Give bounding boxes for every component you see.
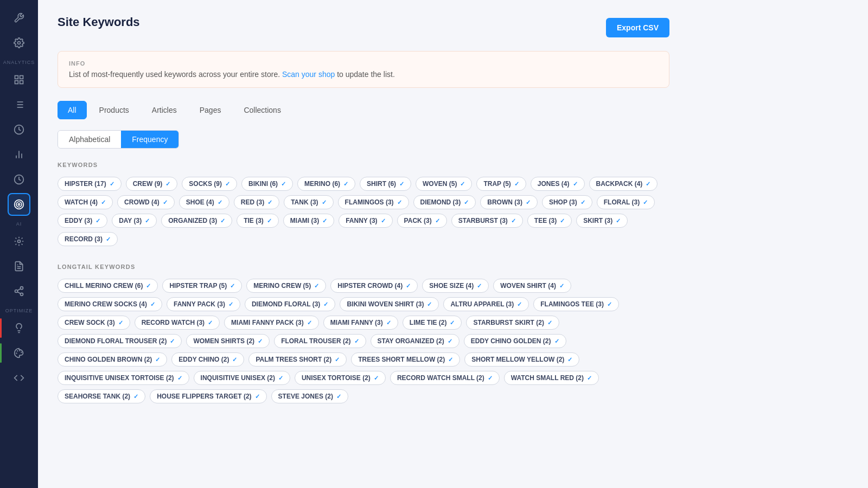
article-icon[interactable] [8,255,30,278]
sort-alphabetical[interactable]: Alphabetical [58,131,121,148]
tab-pages[interactable]: Pages [189,101,232,119]
keyword-chip[interactable]: SEAHORSE TANK (2)✓ [58,389,145,403]
keyword-chip[interactable]: EDDY CHINO GOLDEN (2)✓ [464,334,566,348]
bulb-icon[interactable] [8,317,30,339]
tab-collections[interactable]: Collections [233,101,291,119]
keyword-chip[interactable]: SHOE SIZE (4)✓ [422,279,489,293]
keyword-chip[interactable]: INQUISITIVE UNISEX TORTOISE (2)✓ [58,371,189,385]
keyword-chip[interactable]: WOMEN SHIRTS (2)✓ [186,334,270,348]
keyword-chip[interactable]: MERINO CREW SOCKS (4)✓ [58,297,162,311]
keyword-chip[interactable]: ALTRU APPAREL (3)✓ [443,297,529,311]
check-icon: ✓ [278,375,283,382]
keyword-chip[interactable]: ORGANIZED (3)✓ [161,214,232,228]
keyword-chip[interactable]: STARBURST SKIRT (2)✓ [466,316,559,330]
keyword-chip[interactable]: FANNY (3)✓ [339,214,392,228]
keyword-chip[interactable]: HOUSE FLIPPERS TARGET (2)✓ [150,389,266,403]
keyword-chip[interactable]: BROWN (3)✓ [480,195,538,209]
check-icon: ✓ [267,199,272,206]
check-icon: ✓ [511,217,516,224]
keyword-chip[interactable]: TEE (3)✓ [527,214,572,228]
keyword-chip[interactable]: WOVEN (5)✓ [416,177,472,191]
clock-icon[interactable] [8,168,30,191]
check-icon: ✓ [567,356,572,363]
bar-chart-icon[interactable] [8,143,30,166]
keyword-chip[interactable]: PACK (3)✓ [397,214,447,228]
keyword-chip[interactable]: TANK (3)✓ [284,195,333,209]
keyword-chip[interactable]: BIKINI (6)✓ [241,177,293,191]
keyword-chip[interactable]: SHIRT (6)✓ [360,177,411,191]
keyword-chip[interactable]: MERINO CREW (5)✓ [246,279,326,293]
keyword-chip[interactable]: SOCKS (9)✓ [182,177,237,191]
keyword-chip[interactable]: WATCH (4)✓ [58,195,113,209]
code-icon[interactable] [8,367,30,389]
keyword-chip[interactable]: FLAMINGOS (3)✓ [338,195,409,209]
keyword-chip[interactable]: SHOP (3)✓ [542,195,592,209]
circle-chart-icon[interactable] [8,118,30,141]
keyword-chip[interactable]: FANNY PACK (3)✓ [167,297,240,311]
scan-shop-link[interactable]: Scan your shop [282,70,335,79]
keyword-chip[interactable]: INQUISITIVE UNISEX (2)✓ [194,371,290,385]
keyword-chip[interactable]: FLORAL (3)✓ [597,195,655,209]
keyword-chip[interactable]: EDDY CHINO (2)✓ [171,352,244,367]
keyword-chip[interactable]: WOVEN SHIRT (4)✓ [493,279,571,293]
keyword-chip[interactable]: MIAMI FANNY PACK (3)✓ [224,316,319,330]
keyword-chip[interactable]: LIME TIE (2)✓ [403,316,462,330]
keyword-chip[interactable]: TIE (3)✓ [237,214,279,228]
keyword-chip[interactable]: CREW (9)✓ [126,177,178,191]
keyword-chip[interactable]: SHORT MELLOW YELLOW (2)✓ [464,352,579,367]
keyword-chip[interactable]: WATCH SMALL RED (2)✓ [504,371,599,385]
list-view-icon[interactable] [8,93,30,116]
keyword-chip[interactable]: SHOE (4)✓ [179,195,229,209]
keyword-chip[interactable]: HIPSTER (17)✓ [58,177,122,191]
keyword-chip[interactable]: SKIRT (3)✓ [576,214,628,228]
keyword-chip[interactable]: RECORD WATCH SMALL (2)✓ [390,371,500,385]
keyword-chip[interactable]: RECORD WATCH (3)✓ [135,316,220,330]
keyword-chip[interactable]: RED (3)✓ [234,195,279,209]
keyword-chip[interactable]: EDDY (3)✓ [58,214,107,228]
tab-products[interactable]: Products [89,101,139,119]
keyword-chip[interactable]: STARBURST (3)✓ [451,214,523,228]
keyword-chip[interactable]: STAY ORGANIZED (2)✓ [371,334,459,348]
keyword-chip[interactable]: STEVE JONES (2)✓ [271,389,348,403]
keyword-chip[interactable]: MIAMI FANNY (3)✓ [323,316,398,330]
keyword-chip[interactable]: UNISEX TORTOISE (2)✓ [295,371,386,385]
keyword-chip[interactable]: FLAMINGOS TEE (3)✓ [533,297,619,311]
sort-frequency[interactable]: Frequency [121,131,178,148]
svg-point-23 [15,290,18,293]
keyword-chip[interactable]: TRAP (5)✓ [476,177,526,191]
keyword-chip[interactable]: PALM TREES SHORT (2)✓ [248,352,347,367]
target-icon[interactable] [8,193,30,216]
analytics-icon[interactable] [8,68,30,91]
keyword-chip[interactable]: MERINO (6)✓ [297,177,355,191]
ai-brain-icon[interactable] [8,230,30,253]
keyword-chip[interactable]: HIPSTER TRAP (5)✓ [162,279,242,293]
keyword-chip[interactable]: CHINO GOLDEN BROWN (2)✓ [58,352,167,367]
keyword-chip[interactable]: CROWD (4)✓ [117,195,175,209]
keyword-chip[interactable]: RECORD (3)✓ [58,232,118,246]
export-csv-button[interactable]: Export CSV [606,18,669,37]
keyword-chip[interactable]: BACKPACK (4)✓ [589,177,658,191]
check-icon: ✓ [517,301,522,308]
nodes-icon[interactable] [8,280,30,303]
gear-settings-icon[interactable] [8,31,30,54]
keyword-chip[interactable]: DAY (3)✓ [112,214,157,228]
keyword-chip[interactable]: DIEMOND (3)✓ [413,195,476,209]
info-label: INFO [69,60,658,67]
palette-icon[interactable] [8,342,30,364]
keyword-chip[interactable]: BIKINI WOVEN SHIRT (3)✓ [340,297,439,311]
tab-articles[interactable]: Articles [142,101,187,119]
keyword-chip[interactable]: FLORAL TROUSER (2)✓ [274,334,366,348]
check-icon: ✓ [228,301,233,308]
keyword-chip[interactable]: MIAMI (3)✓ [283,214,334,228]
keyword-chip[interactable]: HIPSTER CROWD (4)✓ [330,279,418,293]
tab-all[interactable]: All [58,101,87,119]
keyword-chip[interactable]: CREW SOCK (3)✓ [58,316,130,330]
check-icon: ✓ [643,199,648,206]
keyword-chip[interactable]: JONES (4)✓ [531,177,585,191]
wrench-icon[interactable] [8,7,30,29]
keyword-chip[interactable]: DIEMOND FLORAL (3)✓ [245,297,335,311]
keyword-chip[interactable]: CHILL MERINO CREW (6)✓ [58,279,158,293]
check-icon: ✓ [547,319,552,326]
keyword-chip[interactable]: TREES SHORT MELLOW (2)✓ [351,352,460,367]
keyword-chip[interactable]: DIEMOND FLORAL TROUSER (2)✓ [58,334,182,348]
